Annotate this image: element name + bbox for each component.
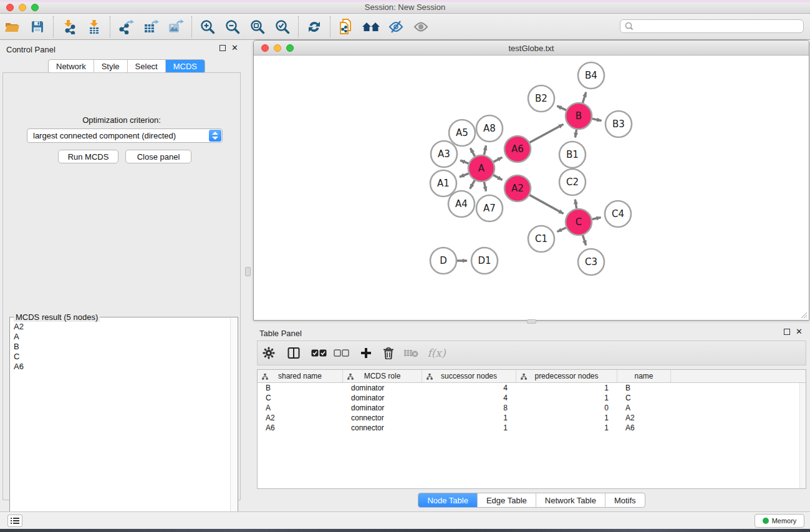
graph-edge-A-A1[interactable] — [460, 173, 468, 177]
graph-node-B4[interactable]: B4 — [578, 62, 604, 89]
graph-node-C2[interactable]: C2 — [559, 169, 586, 195]
graph-edge-A-A2[interactable] — [493, 175, 502, 180]
table-cell[interactable]: A6 — [258, 423, 343, 433]
column-settings-button[interactable] — [258, 342, 280, 364]
table-cell[interactable]: A — [258, 403, 343, 413]
float-panel-icon[interactable] — [784, 329, 790, 335]
table-cell[interactable]: C — [617, 393, 671, 403]
mcds-result-item[interactable]: B — [14, 342, 226, 352]
tab-node-table[interactable]: Node Table — [418, 493, 478, 507]
close-panel-icon[interactable]: ✕ — [231, 45, 238, 51]
criterion-dropdown[interactable]: largest connected component (directed) — [27, 128, 223, 143]
export-table-button[interactable] — [138, 16, 163, 38]
column-header-shared-name[interactable]: shared name — [258, 370, 343, 382]
column-header-MCDS-role[interactable]: MCDS role — [343, 370, 422, 382]
graph-edge-C-C3[interactable] — [583, 235, 586, 245]
graph-node-A1[interactable]: A1 — [430, 170, 456, 196]
search-field[interactable] — [620, 19, 804, 33]
table-row[interactable]: A2connector11A2 — [258, 413, 806, 423]
graph-node-A4[interactable]: A4 — [448, 191, 475, 217]
graph-edge-A-A8[interactable] — [484, 145, 486, 155]
table-cell[interactable]: 1 — [422, 423, 516, 433]
result-scrollbar[interactable] — [230, 318, 237, 526]
graph-edge-B-B4[interactable] — [582, 92, 586, 103]
mcds-result-item[interactable]: C — [14, 352, 226, 362]
graph-edge-A6-B[interactable] — [529, 124, 563, 142]
graph-node-A5[interactable]: A5 — [449, 120, 475, 146]
export-image-button[interactable] — [163, 16, 188, 38]
table-cell[interactable]: dominator — [343, 393, 422, 403]
table-row[interactable]: Cdominator41C — [258, 393, 806, 403]
graph-edge-B-B2[interactable] — [557, 106, 566, 110]
zoom-out-button[interactable] — [220, 16, 245, 38]
table-cell[interactable]: 1 — [516, 383, 617, 393]
search-input[interactable] — [636, 21, 803, 32]
mcds-result-item[interactable]: A2 — [14, 322, 226, 332]
graph-node-C1[interactable]: C1 — [528, 226, 554, 252]
hide-edges-button[interactable] — [383, 16, 408, 38]
column-header-predecessor-nodes[interactable]: predecessor nodes — [516, 370, 617, 382]
refresh-button[interactable] — [302, 16, 327, 38]
graph-edge-B-B3[interactable] — [592, 118, 602, 120]
import-table-button[interactable] — [82, 16, 107, 38]
zoom-selected-button[interactable] — [270, 16, 295, 38]
graph-edge-C-C4[interactable] — [592, 218, 601, 220]
graph-node-B2[interactable]: B2 — [528, 85, 554, 112]
table-row[interactable]: Bdominator41B — [258, 383, 806, 393]
graph-edge-A-A3[interactable] — [460, 160, 468, 163]
graph-node-B3[interactable]: B3 — [605, 111, 632, 137]
graph-edge-B-B1[interactable] — [575, 130, 576, 138]
close-panel-icon[interactable]: ✕ — [796, 329, 803, 335]
column-header-successor-nodes[interactable]: successor nodes — [422, 370, 516, 382]
table-cell[interactable]: dominator — [343, 383, 422, 393]
column-header-name[interactable]: name — [617, 370, 671, 382]
table-cell[interactable]: C — [258, 393, 343, 403]
graph-node-A7[interactable]: A7 — [476, 195, 503, 221]
tab-motifs[interactable]: Motifs — [605, 493, 645, 507]
tab-style[interactable]: Style — [94, 60, 128, 73]
tab-network-table[interactable]: Network Table — [536, 493, 605, 507]
table-scrollbar[interactable] — [799, 383, 806, 488]
table-cell[interactable]: B — [258, 383, 343, 393]
graph-node-B[interactable]: B — [566, 103, 592, 129]
table-row[interactable]: Adominator80A — [258, 403, 806, 413]
horizontal-split-handle[interactable] — [527, 319, 536, 324]
tab-select[interactable]: Select — [128, 60, 166, 73]
float-panel-icon[interactable] — [219, 45, 226, 51]
graph-node-D[interactable]: D — [430, 248, 456, 274]
table-cell[interactable]: A — [617, 403, 671, 413]
table-cell[interactable]: 1 — [516, 413, 617, 423]
vertical-split-handle[interactable] — [245, 267, 251, 276]
graph-edge-A-A6[interactable] — [493, 157, 502, 162]
table-cell[interactable]: 4 — [422, 393, 516, 403]
table-cell[interactable]: 4 — [422, 383, 516, 393]
table-cell[interactable]: 8 — [422, 403, 516, 413]
show-task-history-button[interactable] — [7, 515, 22, 527]
select-all-button[interactable] — [307, 342, 330, 364]
graph-edge-C-C2[interactable] — [575, 200, 576, 209]
graph-edge-A-A4[interactable] — [470, 180, 475, 188]
graph-edge-A2-C[interactable] — [529, 195, 563, 214]
export-network-button[interactable] — [113, 16, 138, 38]
network-canvas[interactable]: B4B2BB3A5A8A6A3B1AA1C2A2A4A7C4CC1DD1C3 — [254, 56, 809, 320]
graph-node-C3[interactable]: C3 — [578, 249, 604, 275]
memory-button[interactable]: Memory — [755, 514, 804, 528]
graph-node-A3[interactable]: A3 — [431, 141, 457, 167]
graph-node-A2[interactable]: A2 — [504, 175, 531, 201]
graph-node-B1[interactable]: B1 — [559, 142, 586, 168]
save-session-button[interactable] — [25, 16, 50, 38]
tab-network[interactable]: Network — [49, 60, 94, 73]
table-cell[interactable]: A2 — [617, 413, 671, 423]
graph-node-D1[interactable]: D1 — [471, 248, 498, 274]
graph-node-C[interactable]: C — [566, 209, 592, 235]
tab-mcds[interactable]: MCDS — [166, 60, 205, 73]
table-cell[interactable]: 1 — [516, 423, 617, 433]
zoom-fit-button[interactable] — [245, 16, 270, 38]
show-graphics-details-button[interactable] — [408, 16, 433, 38]
unselect-all-button[interactable] — [330, 342, 352, 364]
table-cell[interactable]: 0 — [516, 403, 617, 413]
table-cell[interactable]: A6 — [617, 423, 671, 433]
table-cell[interactable]: B — [617, 383, 671, 393]
graph-node-A6[interactable]: A6 — [504, 136, 531, 162]
table-cell[interactable]: 1 — [516, 393, 617, 403]
